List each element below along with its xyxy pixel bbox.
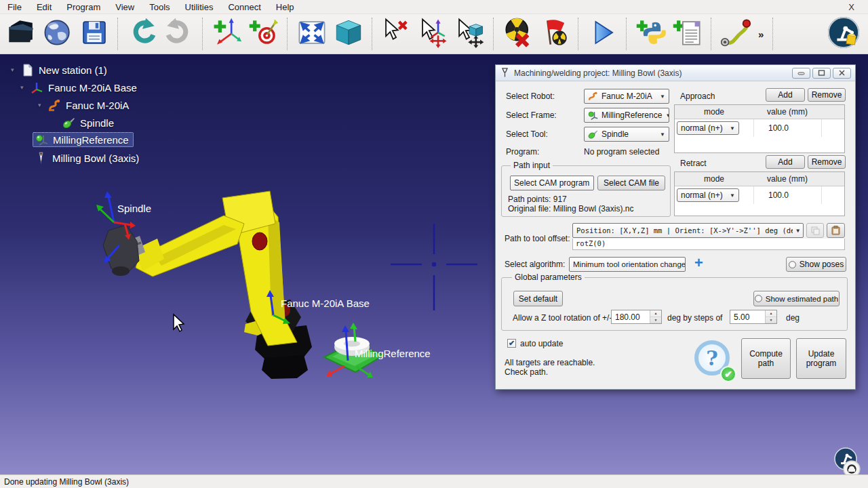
add-frame-button[interactable] bbox=[210, 16, 245, 52]
toolbar-overflow-button[interactable]: » bbox=[754, 28, 768, 40]
expand-arrow-icon[interactable]: ▾ bbox=[20, 84, 28, 91]
menu-view[interactable]: View bbox=[108, 1, 142, 14]
add-python-icon bbox=[635, 17, 667, 51]
add-target-button[interactable] bbox=[246, 16, 281, 52]
select-robot-dropdown[interactable]: Fanuc M-20iA▼ bbox=[584, 89, 669, 104]
auto-update-checkbox[interactable]: ✔ bbox=[507, 339, 516, 348]
run-simulation-button[interactable] bbox=[585, 16, 620, 52]
approach-add-button[interactable]: Add bbox=[766, 88, 805, 102]
dialog-title-bar[interactable]: Machining/welding project: Milling Bowl … bbox=[496, 65, 855, 81]
dialog-close-button[interactable] bbox=[833, 68, 851, 79]
tree-item-milling-bowl[interactable]: Milling Bowl (3axis) bbox=[35, 150, 139, 165]
add-program-button[interactable] bbox=[670, 16, 705, 52]
select-robot-label: Select Robot: bbox=[506, 92, 555, 101]
spin-up-icon[interactable]: ▲ bbox=[766, 310, 776, 317]
tree-item-station[interactable]: ▾ New station (1) bbox=[11, 62, 107, 77]
tree-item-spindle[interactable]: Spindle bbox=[62, 115, 114, 130]
compute-path-button[interactable]: Compute path bbox=[741, 338, 791, 379]
save-button[interactable] bbox=[77, 16, 112, 52]
collision-flag-icon bbox=[539, 17, 570, 51]
label-robot-base: Fanuc M-20iA Base bbox=[281, 298, 370, 309]
robot-fanuc[interactable] bbox=[96, 191, 312, 379]
machining-project-icon bbox=[35, 152, 47, 165]
label-spindle: Spindle bbox=[117, 203, 151, 214]
reference-frame-icon bbox=[588, 110, 598, 121]
move-object-button[interactable] bbox=[452, 16, 488, 52]
menu-edit[interactable]: Edit bbox=[29, 1, 59, 14]
select-algorithm-dropdown[interactable]: Minimum tool orientation change▼ bbox=[569, 257, 686, 272]
isometric-view-button[interactable] bbox=[331, 16, 366, 52]
offset-value-input[interactable]: rotZ(0) bbox=[572, 239, 845, 250]
add-algorithm-icon[interactable]: + bbox=[694, 257, 703, 269]
retract-col-value: value (mm) bbox=[753, 174, 821, 184]
expand-arrow-icon[interactable]: ▾ bbox=[38, 102, 46, 108]
toolbar-separator bbox=[493, 18, 496, 50]
tree-item-label: Fanuc M-20iA Base bbox=[48, 82, 137, 94]
retract-table: modevalue (mm) normal (n+)▼ 100.0 bbox=[674, 171, 845, 216]
tray-robot-widget[interactable] bbox=[835, 448, 860, 474]
offset-paste-button[interactable] bbox=[827, 223, 845, 238]
offset-format-dropdown[interactable]: Position: [X,Y,Z] mm | Orient: [X->Y'->Z… bbox=[572, 223, 804, 238]
z-rotation-spinner[interactable]: 180.00 ▲▼ bbox=[611, 310, 662, 324]
approach-col-value: value (mm) bbox=[753, 107, 821, 117]
tree-item-robot[interactable]: ▾ Fanuc M-20iA bbox=[38, 98, 129, 113]
update-program-button[interactable]: Update program bbox=[796, 338, 846, 379]
robodk-logo-button[interactable] bbox=[826, 16, 861, 52]
menu-utilities[interactable]: Utilities bbox=[178, 1, 221, 14]
add-python-button[interactable] bbox=[633, 16, 669, 52]
select-none-button[interactable] bbox=[379, 16, 414, 52]
undo-icon bbox=[127, 17, 158, 51]
dialog-restore-button[interactable] bbox=[812, 68, 831, 79]
tree-item-robot-base[interactable]: ▾ Fanuc M-20iA Base bbox=[20, 80, 137, 95]
steps-spinner[interactable]: 5.00 ▲▼ bbox=[730, 310, 777, 324]
add-target-icon bbox=[248, 17, 279, 51]
approach-table: modevalue (mm) normal (n+)▼ 100.0 bbox=[674, 104, 845, 153]
open-folder-icon bbox=[5, 17, 37, 51]
auto-update-label: auto update bbox=[520, 339, 563, 348]
tree-item-milling-reference[interactable]: MillingReference bbox=[33, 132, 134, 147]
expand-arrow-icon[interactable]: ▾ bbox=[11, 66, 19, 73]
spin-down-icon[interactable]: ▼ bbox=[766, 317, 776, 324]
set-default-button[interactable]: Set default bbox=[513, 291, 563, 306]
retract-value-cell[interactable]: 100.0 bbox=[768, 190, 789, 200]
offset-copy-button bbox=[806, 223, 824, 238]
select-cam-file-button[interactable]: Select CAM file bbox=[597, 176, 665, 190]
select-frame-dropdown[interactable]: MillingReference▼ bbox=[584, 108, 669, 123]
show-poses-button[interactable]: Show poses bbox=[786, 257, 846, 272]
open-project-button[interactable] bbox=[3, 16, 39, 52]
spin-down-icon[interactable]: ▼ bbox=[650, 317, 661, 324]
open-library-button[interactable] bbox=[40, 16, 75, 52]
menu-tools[interactable]: Tools bbox=[142, 1, 177, 14]
retract-add-button[interactable]: Add bbox=[766, 155, 805, 169]
approach-value-cell[interactable]: 100.0 bbox=[768, 123, 789, 133]
menu-connect[interactable]: Connect bbox=[220, 1, 268, 14]
radio-icon bbox=[755, 295, 762, 302]
menu-program[interactable]: Program bbox=[59, 1, 108, 14]
check-collisions-button[interactable] bbox=[537, 16, 572, 52]
tool-icon bbox=[588, 129, 598, 140]
menu-file[interactable]: File bbox=[0, 1, 29, 14]
approach-mode-dropdown[interactable]: normal (n+)▼ bbox=[677, 121, 739, 135]
show-estimated-path-button[interactable]: Show estimated path bbox=[753, 291, 840, 306]
select-tool-dropdown[interactable]: Spindle▼ bbox=[584, 127, 669, 142]
retract-remove-button[interactable]: Remove bbox=[808, 155, 846, 169]
redo-button[interactable] bbox=[161, 16, 197, 52]
toolbar-separator bbox=[287, 18, 290, 50]
fit-view-button[interactable] bbox=[294, 16, 330, 52]
retract-mode-dropdown[interactable]: normal (n+)▼ bbox=[677, 188, 739, 202]
spin-up-icon[interactable]: ▲ bbox=[650, 310, 661, 317]
tree-item-label: Milling Bowl (3axis) bbox=[52, 152, 139, 164]
dialog-minimize-button[interactable] bbox=[792, 68, 810, 79]
undo-button[interactable] bbox=[125, 16, 160, 52]
move-frame-button[interactable] bbox=[416, 16, 451, 52]
cursor-move-object-icon bbox=[454, 17, 486, 51]
select-cam-program-dropdown[interactable]: Select CAM program▼ bbox=[510, 176, 594, 190]
menu-help[interactable]: Help bbox=[269, 1, 302, 14]
add-curve-button[interactable] bbox=[718, 16, 753, 52]
approach-remove-button[interactable]: Remove bbox=[808, 88, 846, 102]
collision-off-button[interactable] bbox=[500, 16, 536, 52]
tree-item-label: Fanuc M-20iA bbox=[66, 100, 129, 111]
window-close-button[interactable]: X bbox=[844, 2, 859, 12]
cursor-move-frame-icon bbox=[418, 17, 449, 51]
reference-frame-icon bbox=[35, 134, 48, 146]
